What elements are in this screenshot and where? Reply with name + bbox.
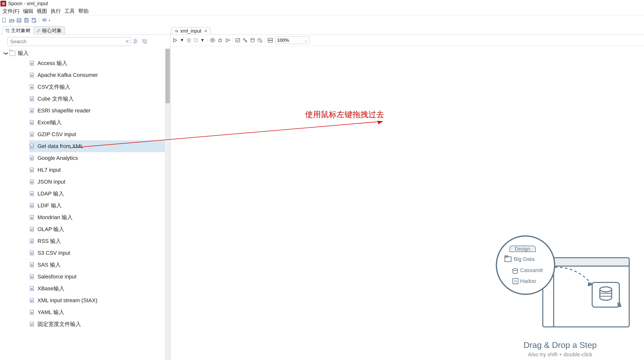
- tree-item[interactable]: Access 输入: [29, 57, 170, 69]
- menu-edit[interactable]: 编辑: [22, 7, 35, 15]
- debug-button[interactable]: [218, 37, 223, 43]
- tree-item[interactable]: Salesforce input: [29, 271, 170, 283]
- step-icon: [29, 286, 35, 291]
- replay-button[interactable]: [225, 37, 230, 43]
- tree-item[interactable]: LDIF 输入: [29, 200, 170, 211]
- tree-item-label: RSS 输入: [38, 237, 61, 245]
- svg-rect-116: [187, 39, 188, 42]
- tree-item[interactable]: XML input stream (StAX): [29, 294, 170, 306]
- svg-rect-30: [31, 75, 33, 75]
- tree-folder-input[interactable]: ❯ 输入: [4, 49, 170, 57]
- clear-search-icon[interactable]: ✕: [125, 39, 129, 45]
- svg-rect-106: [31, 300, 33, 301]
- tree-item[interactable]: YAML 输入: [29, 306, 170, 318]
- tree-scrollbar[interactable]: [165, 48, 170, 360]
- step-icon: [29, 274, 35, 280]
- tree-item[interactable]: 固定宽度文件输入: [29, 318, 170, 330]
- folder-icon: [10, 51, 15, 56]
- close-tab-icon[interactable]: ✕: [204, 29, 208, 34]
- preview-button[interactable]: [210, 37, 215, 43]
- tree-item-label: JSON input: [38, 179, 66, 185]
- zoom-input[interactable]: [276, 37, 302, 44]
- svg-rect-91: [31, 254, 33, 254]
- tree-item[interactable]: GZIP CSV input: [29, 129, 170, 140]
- run-button[interactable]: [172, 37, 178, 43]
- pause-button[interactable]: [186, 37, 191, 43]
- expand-toggle-icon[interactable]: ❯: [4, 51, 9, 56]
- tab-core-objects[interactable]: 核心对象: [34, 26, 65, 35]
- zoom-dropdown[interactable]: ⌄: [302, 39, 309, 42]
- verify-button[interactable]: [235, 37, 240, 43]
- tree-item[interactable]: Google Analytics: [29, 152, 170, 164]
- save-as-button[interactable]: [31, 18, 36, 23]
- tree-item[interactable]: LDAP 输入: [29, 188, 170, 200]
- svg-point-126: [260, 40, 262, 42]
- helper-tab-label: Design: [515, 246, 530, 251]
- tree-item[interactable]: Excel输入: [29, 117, 170, 129]
- explore-repo-button[interactable]: [16, 18, 22, 23]
- expand-all-button[interactable]: [133, 39, 139, 45]
- menu-help[interactable]: 帮助: [77, 7, 90, 15]
- save-button[interactable]: [24, 18, 29, 23]
- svg-rect-55: [31, 147, 33, 148]
- new-file-button[interactable]: +: [2, 18, 7, 23]
- window-title: Spoon - xml_input: [8, 1, 48, 7]
- tree-item[interactable]: OLAP 输入: [29, 223, 170, 235]
- left-tab-bar: 主对象树 核心对象: [0, 26, 170, 35]
- tree-item-label: Cube 文件输入: [38, 95, 74, 103]
- svg-rect-107: [31, 301, 33, 302]
- tree-item[interactable]: Apache Kafka Consumer: [29, 69, 170, 81]
- tree-item[interactable]: RSS 输入: [29, 235, 170, 247]
- svg-marker-14: [42, 18, 46, 20]
- tree-item-label: YAML 输入: [38, 309, 64, 316]
- step-icon: [29, 309, 35, 315]
- collapse-all-button[interactable]: [142, 39, 148, 45]
- tree-item[interactable]: XBase输入: [29, 283, 170, 294]
- impact-button[interactable]: [243, 37, 248, 43]
- tree-item[interactable]: S3 CSV input: [29, 247, 170, 259]
- explore-db-button[interactable]: [258, 37, 262, 43]
- step-icon: [29, 262, 35, 268]
- show-results-button[interactable]: [268, 37, 273, 43]
- tree-item[interactable]: Cube 文件输入: [29, 93, 170, 105]
- tree-item[interactable]: CSV文件输入: [29, 81, 170, 93]
- tree-scrollbar-thumb[interactable]: [166, 49, 170, 103]
- svg-rect-71: [31, 194, 33, 195]
- perspective-dropdown[interactable]: ▼: [48, 19, 50, 22]
- tree-item[interactable]: ESRI shapefile reader: [29, 105, 170, 117]
- tree-item-label: Excel输入: [38, 119, 62, 126]
- tab-main-tree[interactable]: 主对象树: [2, 26, 34, 35]
- svg-rect-79: [31, 218, 33, 219]
- svg-rect-102: [31, 288, 33, 289]
- svg-point-124: [251, 38, 254, 40]
- sql-button[interactable]: [250, 37, 255, 43]
- tree-item-label: S3 CSV input: [38, 250, 70, 256]
- svg-rect-47: [31, 123, 33, 124]
- search-input[interactable]: [8, 37, 131, 46]
- tree-item[interactable]: JSON input: [29, 176, 170, 188]
- menu-run[interactable]: 执行: [49, 7, 62, 15]
- svg-rect-115: [31, 325, 33, 325]
- editor-toolbar-separator: [232, 38, 233, 43]
- svg-point-119: [212, 40, 213, 41]
- tree-item[interactable]: Mondrian 输入: [29, 211, 170, 223]
- svg-rect-103: [31, 289, 33, 290]
- editor-tab-xml-input[interactable]: xml_input ✕: [172, 27, 210, 35]
- svg-rect-90: [31, 253, 33, 253]
- menu-file[interactable]: 文件(F): [1, 7, 21, 15]
- helper-caption-2: Also try shift + double-click: [486, 351, 634, 358]
- helper-folder-label: Big Data: [514, 256, 535, 262]
- run-dropdown[interactable]: ▼: [180, 38, 184, 43]
- transformation-canvas[interactable]: 使用鼠标左键拖拽过去: [170, 46, 644, 360]
- stop-button[interactable]: [194, 37, 198, 43]
- helper-item-0: Cassandr: [520, 267, 543, 273]
- tab-core-objects-label: 核心对象: [42, 27, 62, 34]
- menu-view[interactable]: 视图: [35, 7, 49, 15]
- tree-item[interactable]: HL7 input: [29, 164, 170, 176]
- open-file-button[interactable]: [9, 18, 14, 23]
- tree-item[interactable]: SAS 输入: [29, 259, 170, 271]
- tree-item[interactable]: Get data from XML: [29, 140, 170, 152]
- stop-dropdown[interactable]: ▼: [200, 38, 205, 43]
- menu-tools[interactable]: 工具: [63, 7, 76, 15]
- perspective-button[interactable]: [42, 18, 47, 23]
